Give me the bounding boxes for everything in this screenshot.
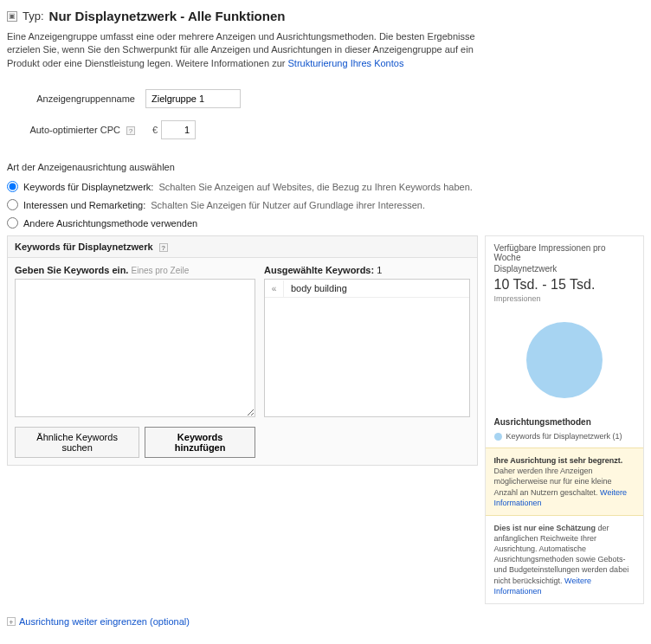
side-range: 10 Tsd. - 15 Tsd.: [494, 277, 635, 293]
keywords-selected-list: « body building: [264, 279, 470, 417]
impressions-circle-icon: [526, 322, 603, 398]
radio-interests[interactable]: Interessen und Remarketing: Schalten Sie…: [7, 199, 644, 210]
est-text: der anfänglichen Reichweite Ihrer Ausric…: [494, 524, 629, 585]
keywords-selected-col: Ausgewählte Keywords: 1 « body building: [264, 265, 470, 458]
radio-keywords[interactable]: Keywords für Displaynetzwerk: Schalten S…: [7, 181, 644, 192]
side-title: Verfügbare Impressionen pro Woche: [494, 243, 635, 262]
radio-interests-input[interactable]: [7, 199, 18, 210]
radio-other-label: Andere Ausrichtungsmethode verwenden: [23, 218, 197, 229]
keywords-enter-label-text: Geben Sie Keywords ein.: [15, 265, 128, 275]
keywords-enter-hint: Eines pro Zeile: [132, 266, 190, 275]
side-network: Displaynetzwerk: [494, 264, 635, 274]
typ-label: Typ:: [23, 10, 44, 23]
remove-keyword-icon[interactable]: «: [265, 280, 284, 297]
keywords-enter-label: Geben Sie Keywords ein. Eines pro Zeile: [15, 265, 255, 275]
page-header: ▣ Typ: Nur Displaynetzwerk - Alle Funkti…: [7, 9, 644, 23]
methods-label: Ausrichtungsmethoden: [494, 417, 635, 427]
desc-body: Eine Anzeigengruppe umfasst eine oder me…: [7, 31, 475, 68]
similar-keywords-button[interactable]: Ähnliche Keywords suchen: [15, 427, 139, 458]
cpc-label: Auto-optimierter CPC ?: [7, 125, 145, 135]
warning-box: Ihre Ausrichtung ist sehr begrenzt. Dahe…: [486, 448, 643, 516]
radio-keywords-label: Keywords für Displaynetzwerk:: [23, 182, 153, 192]
targeting-heading: Art der Anzeigenausrichtung auswählen: [7, 162, 644, 172]
radio-interests-desc: Schalten Sie Anzeigen für Nutzer auf Gru…: [151, 200, 425, 210]
help-icon[interactable]: ?: [126, 126, 135, 135]
desc-link[interactable]: Strukturierung Ihres Kontos: [287, 58, 403, 68]
keywords-selected-count: 1: [377, 265, 382, 275]
keywords-enter-col: Geben Sie Keywords ein. Eines pro Zeile …: [15, 265, 255, 458]
legend-dot-icon: [494, 433, 502, 441]
radio-keywords-input[interactable]: [7, 181, 18, 192]
expand-targeting-link[interactable]: Ausrichtung weiter eingrenzen (optional): [19, 616, 190, 627]
typ-value: Nur Displaynetzwerk - Alle Funktionen: [49, 9, 286, 23]
group-name-input[interactable]: [145, 89, 241, 108]
cpc-input[interactable]: [161, 120, 196, 139]
legend-row: Keywords für Displaynetzwerk (1): [494, 432, 635, 441]
legend-text: Keywords für Displaynetzwerk (1): [506, 432, 622, 441]
expand-targeting-row[interactable]: + Ausrichtung weiter eingrenzen (optiona…: [7, 616, 644, 627]
keyword-chip: « body building: [265, 280, 469, 298]
keyword-text: body building: [284, 280, 354, 297]
side-sub: Impressionen: [494, 294, 635, 303]
group-name-label: Anzeigengruppenname: [7, 93, 145, 104]
radio-keywords-desc: Schalten Sie Anzeigen auf Websites, die …: [158, 182, 472, 192]
row-group-name: Anzeigengruppenname: [7, 89, 644, 108]
keywords-selected-label: Ausgewählte Keywords: 1: [264, 265, 470, 275]
estimate-box: Dies ist nur eine Schätzung der anfängli…: [486, 516, 643, 603]
description-text: Eine Anzeigengruppe umfasst eine oder me…: [7, 30, 492, 70]
type-icon: ▣: [7, 11, 17, 22]
est-bold: Dies ist nur eine Schätzung: [494, 524, 596, 532]
chart-wrap: [494, 303, 635, 417]
cpc-label-text: Auto-optimierter CPC: [29, 125, 120, 135]
plus-icon: +: [7, 617, 16, 626]
keywords-panel: Keywords für Displaynetzwerk ? Geben Sie…: [7, 235, 478, 466]
currency-symbol: €: [152, 125, 158, 135]
warn-bold: Ihre Ausrichtung ist sehr begrenzt.: [494, 456, 623, 465]
radio-other[interactable]: Andere Ausrichtungsmethode verwenden: [7, 217, 644, 229]
row-cpc: Auto-optimierter CPC ? €: [7, 120, 644, 139]
keywords-textarea[interactable]: [15, 279, 255, 417]
keywords-panel-title-text: Keywords für Displaynetzwerk: [15, 242, 153, 252]
radio-interests-label: Interessen und Remarketing:: [23, 200, 145, 210]
impressions-sidebar: Verfügbare Impressionen pro Woche Displa…: [485, 235, 644, 604]
add-keywords-button[interactable]: Keywords hinzufügen: [145, 427, 255, 458]
warn-text: Daher werden Ihre Anzeigen möglicherweis…: [494, 467, 612, 496]
keywords-panel-title: Keywords für Displaynetzwerk ?: [8, 236, 477, 258]
keywords-selected-label-text: Ausgewählte Keywords:: [264, 265, 374, 275]
help-icon[interactable]: ?: [159, 243, 168, 252]
radio-other-input[interactable]: [7, 217, 18, 229]
